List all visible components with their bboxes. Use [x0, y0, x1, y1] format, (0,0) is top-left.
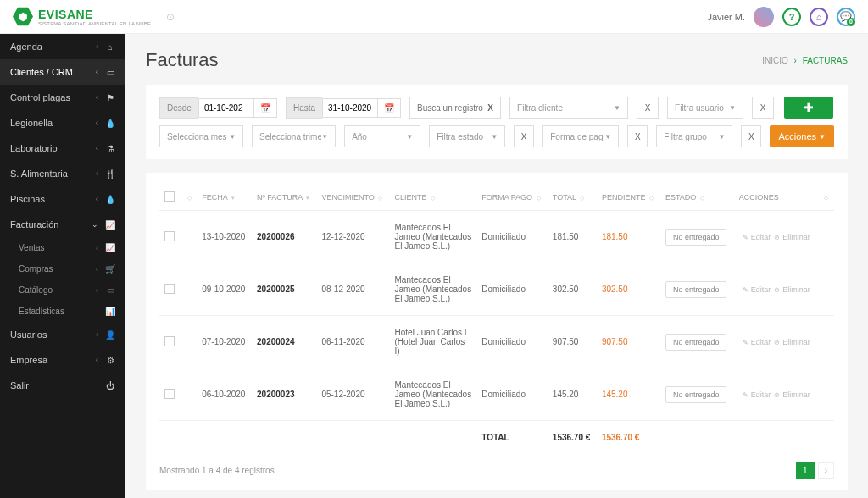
search-box[interactable]: X — [409, 97, 501, 119]
filter-grupo-select[interactable]: Filtra grupo ▼ — [656, 125, 732, 147]
to-label: Hasta — [286, 97, 322, 119]
caret-down-icon: ▼ — [614, 104, 620, 112]
help-icon[interactable]: ? — [782, 8, 801, 26]
sidebar-item-facturacion[interactable]: Facturación ⌄ 📈 — [0, 212, 125, 237]
clear-grupo-button[interactable]: X — [741, 125, 761, 147]
status-badge[interactable]: No entregado — [665, 386, 727, 403]
delete-button[interactable]: ⊘Eliminar — [774, 233, 810, 241]
logo-sub: SISTEMA SANIDAD AMBIENTAL EN LA NUBE — [38, 21, 151, 26]
sidebar-item-agenda[interactable]: Agenda ‹ ⌂ — [0, 34, 125, 59]
cell-venc: 08-12-2020 — [316, 263, 389, 316]
badge: 0 — [847, 18, 855, 26]
search-input[interactable] — [417, 103, 487, 113]
clear-usuario-button[interactable]: X — [752, 97, 774, 119]
col-cliente[interactable]: CLIENTE ◇ — [390, 185, 477, 211]
cell-cliente: Hotel Juan Carlos I (Hotel Juan Carlos I… — [390, 316, 477, 368]
clear-forma-button[interactable]: X — [627, 125, 648, 147]
clear-estado-button[interactable]: X — [514, 125, 534, 147]
add-button[interactable]: ✚ — [784, 97, 833, 119]
breadcrumb: INICIO › FACTURAS — [762, 56, 848, 65]
cell-pendiente: 145.20 — [597, 368, 660, 421]
chat-icon[interactable]: 💬0 — [837, 8, 855, 26]
delete-button[interactable]: ⊘Eliminar — [774, 285, 810, 294]
row-checkbox[interactable] — [164, 231, 175, 241]
delete-button[interactable]: ⊘Eliminar — [774, 338, 810, 346]
sidebar-sub-catalogo[interactable]: Catálogo ‹ ▭ — [0, 279, 125, 301]
to-input[interactable] — [322, 98, 378, 118]
sidebar-sub-ventas[interactable]: Ventas ‹ 📈 — [0, 237, 125, 258]
delete-button[interactable]: ⊘Eliminar — [774, 390, 810, 399]
sidebar-item-alimentaria[interactable]: S. Alimentaria ‹ 🍴 — [0, 161, 125, 186]
sidebar-item-legionella[interactable]: Legionella ‹ 💧 — [0, 110, 125, 136]
status-badge[interactable]: No entregado — [665, 334, 727, 351]
sidebar-item-piscinas[interactable]: Piscinas ‹ 💧 — [0, 186, 125, 212]
breadcrumb-home[interactable]: INICIO — [762, 56, 788, 65]
page-next[interactable]: › — [818, 462, 834, 479]
topbar: ⬢ EVISANE SISTEMA SANIDAD AMBIENTAL EN L… — [0, 0, 868, 34]
user-name[interactable]: Javier M. — [707, 12, 745, 22]
col-estado[interactable]: ESTADO ◇ — [660, 185, 734, 211]
col-forma[interactable]: FORMA PAGO ◇ — [476, 185, 548, 211]
row-checkbox[interactable] — [164, 336, 175, 346]
card-icon: ▭ — [105, 68, 115, 77]
col-acciones: ACCIONES — [734, 185, 818, 211]
select-trimestre[interactable]: Selecciona trimestre ▼ — [252, 125, 336, 147]
calendar-icon[interactable]: 📅 — [378, 98, 401, 118]
table-row[interactable]: 09-10-20202020002508-12-2020Mantecados E… — [159, 263, 834, 316]
row-checkbox[interactable] — [164, 389, 175, 399]
col-venc[interactable]: VENCIMIENTO ◇ — [316, 185, 389, 211]
from-input[interactable] — [198, 98, 254, 118]
cell-num: 20200024 — [252, 316, 316, 368]
col-fecha[interactable]: FECHA ▾ — [197, 185, 252, 211]
forma-pago-select[interactable]: Forma de pago ▼ — [542, 125, 619, 147]
edit-icon: ✎ — [743, 339, 748, 346]
caret-down-icon: ▼ — [718, 133, 725, 141]
total-row: TOTAL1536.70 €1536.70 € — [159, 421, 834, 455]
filter-usuario-select[interactable]: Filtra usuario ▼ — [667, 97, 743, 119]
sidebar-item-usuarios[interactable]: Usuarios ‹ 👤 — [0, 322, 125, 347]
status-badge[interactable]: No entregado — [665, 281, 727, 298]
row-checkbox[interactable] — [164, 284, 175, 294]
col-nfactura[interactable]: Nº FACTURA ▾ — [252, 185, 316, 211]
page-1[interactable]: 1 — [796, 462, 815, 479]
sidebar-item-control-plagas[interactable]: Control plagas ‹ ⚑ — [0, 85, 125, 110]
menu-toggle-icon[interactable]: ⊙ — [166, 11, 175, 23]
status-badge[interactable]: No entregado — [665, 229, 727, 246]
caret-down-icon: ▼ — [491, 133, 498, 141]
logo[interactable]: ⬢ EVISANE SISTEMA SANIDAD AMBIENTAL EN L… — [13, 7, 151, 27]
user-icon: 👤 — [105, 330, 115, 340]
clear-cliente-button[interactable]: X — [637, 97, 659, 119]
avatar[interactable] — [754, 7, 774, 27]
col-total[interactable]: TOTAL ◇ — [548, 185, 597, 211]
edit-button[interactable]: ✎Editar — [743, 338, 771, 346]
edit-button[interactable]: ✎Editar — [743, 233, 771, 241]
calendar-icon[interactable]: 📅 — [254, 98, 277, 118]
page-title: Facturas — [146, 49, 219, 71]
chevron-left-icon: ‹ — [96, 265, 98, 274]
edit-icon: ✎ — [743, 234, 748, 241]
clear-search-icon[interactable]: X — [487, 103, 493, 113]
table-row[interactable]: 13-10-20202020002612-12-2020Mantecados E… — [159, 211, 834, 263]
edit-button[interactable]: ✎Editar — [743, 285, 771, 294]
acciones-button[interactable]: Acciones▼ — [770, 125, 834, 147]
table-footer: Mostrando 1 a 4 de 4 registros — [159, 466, 275, 475]
select-anio[interactable]: Año ▼ — [344, 125, 420, 147]
home-icon[interactable]: ⌂ — [810, 8, 828, 26]
table-row[interactable]: 06-10-20202020002305-12-2020Mantecados E… — [159, 368, 834, 421]
sidebar-sub-estadisticas[interactable]: Estadísticas 📊 — [0, 301, 125, 322]
table-row[interactable]: 07-10-20202020002406-11-2020Hotel Juan C… — [159, 316, 834, 368]
sidebar-item-empresa[interactable]: Empresa ‹ ⚙ — [0, 347, 125, 373]
edit-button[interactable]: ✎Editar — [743, 390, 771, 399]
col-pendiente[interactable]: PENDIENTE ◇ — [597, 185, 660, 211]
sidebar-item-clientes[interactable]: Clientes / CRM ‹ ▭ — [0, 59, 125, 85]
select-mes[interactable]: Selecciona mes ▼ — [159, 125, 243, 147]
select-all-checkbox[interactable] — [164, 191, 175, 202]
main: Facturas INICIO › FACTURAS Desde 📅 Hasta… — [125, 34, 868, 498]
filter-cliente-select[interactable]: Filtra cliente ▼ — [509, 97, 628, 119]
sidebar-item-laboratorio[interactable]: Laboratorio ‹ ⚗ — [0, 136, 125, 161]
sidebar-sub-compras[interactable]: Compras ‹ 🛒 — [0, 258, 125, 279]
cell-cliente: Mantecados El Jameo (Mantecados El Jameo… — [390, 263, 477, 316]
sidebar-item-salir[interactable]: Salir ⏻ — [0, 373, 125, 398]
cell-fecha: 06-10-2020 — [197, 368, 252, 421]
filter-estado-select[interactable]: Filtra estado ▼ — [429, 125, 505, 147]
